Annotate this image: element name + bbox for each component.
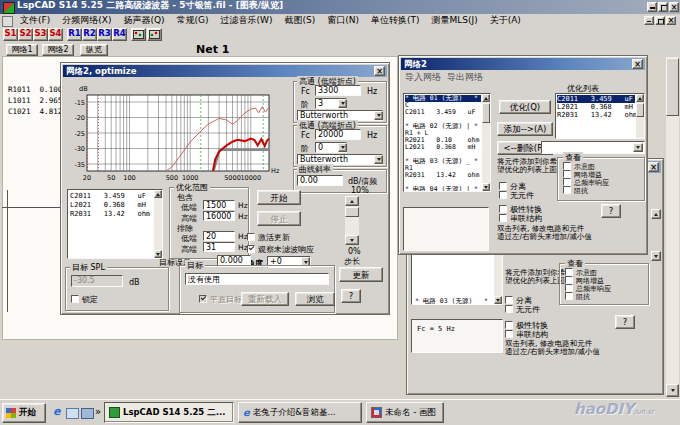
list-item[interactable]: C2011 3.459 uF bbox=[70, 192, 162, 201]
circuit-list[interactable]: * 电路 01 (无源) * C C2011 3.459 uF * 电路 02 … bbox=[403, 93, 491, 192]
menu-window[interactable]: 窗口(N) bbox=[321, 14, 365, 27]
menu-about[interactable]: 关于(A) bbox=[484, 14, 527, 27]
target-file-input[interactable]: 没有使用 bbox=[185, 273, 329, 285]
view-impedance-checkbox[interactable]: 阻抗 bbox=[563, 186, 588, 196]
exclude-high-input[interactable]: 31 bbox=[203, 242, 235, 252]
task-paint[interactable]: 未命名 - 画图 bbox=[366, 402, 444, 423]
stop-button[interactable]: 停止 bbox=[257, 211, 301, 226]
network-back-close-button[interactable]: × bbox=[648, 162, 659, 172]
scrollbar-thumb[interactable] bbox=[666, 58, 679, 116]
help-button[interactable]: ? bbox=[615, 315, 635, 329]
scrollbar[interactable] bbox=[154, 190, 162, 258]
scroll-up-icon[interactable] bbox=[651, 209, 661, 219]
slope-input[interactable]: 0.00 bbox=[297, 175, 343, 186]
include-low-input[interactable]: 1500 bbox=[203, 200, 235, 210]
desktop-quicklaunch-icon[interactable] bbox=[81, 408, 94, 419]
list-item[interactable]: R1 + L bbox=[405, 130, 490, 137]
dropdown-arrow-icon[interactable] bbox=[374, 155, 383, 164]
reload-button[interactable]: 重新载入 bbox=[241, 292, 289, 306]
dropdown-arrow-icon[interactable] bbox=[374, 111, 383, 120]
component-combobox[interactable] bbox=[541, 141, 645, 154]
list-item[interactable]: * 电路 01 (无源) * bbox=[405, 95, 481, 102]
optimize-button[interactable]: 优化(Q) bbox=[499, 100, 551, 114]
list-item[interactable]: R2031 13.42 ohm bbox=[557, 111, 644, 119]
network2-close-button[interactable]: × bbox=[632, 59, 643, 69]
lock-checkbox[interactable]: 锁定 bbox=[71, 294, 98, 305]
toolbar-r3-button[interactable]: R3 bbox=[97, 28, 112, 41]
scroll-up-icon[interactable] bbox=[154, 190, 162, 198]
observe-unfiltered-checkbox[interactable]: 观察未滤波响应 bbox=[247, 244, 314, 255]
toolbar-r1-button[interactable]: R1 bbox=[67, 28, 82, 41]
toolbar-r2-button[interactable]: R2 bbox=[82, 28, 97, 41]
target-spl-input[interactable]: -30.5 bbox=[71, 275, 123, 287]
exclude-low-input[interactable]: 20 bbox=[203, 231, 235, 241]
menu-measure-mls[interactable]: 测量MLS(J) bbox=[425, 14, 483, 27]
help-button[interactable]: ? bbox=[341, 289, 361, 303]
no-component-checkbox[interactable]: 无元件 bbox=[505, 304, 540, 315]
update-button[interactable]: 更新 bbox=[339, 267, 383, 282]
menu-crossover[interactable]: 分频网络(X) bbox=[56, 14, 117, 27]
list-item[interactable]: * 电路 03 (无源) _ * bbox=[415, 298, 488, 305]
list-item[interactable]: L2021 0.368 mH bbox=[557, 103, 644, 111]
optimize-component-list[interactable]: C2011 3.459 uF L2021 0.368 mH R2031 13.4… bbox=[67, 189, 163, 259]
ie-quicklaunch-icon[interactable]: e bbox=[53, 406, 60, 419]
scrollbar-thumb[interactable] bbox=[482, 103, 490, 123]
series-structure-checkbox[interactable]: 串联结构 bbox=[499, 213, 542, 224]
menu-driver[interactable]: 扬声器(Q) bbox=[117, 14, 170, 27]
menu-filter-music[interactable]: 过滤音乐(W) bbox=[215, 14, 279, 27]
list-item[interactable]: R2021 0.10 ohm bbox=[405, 137, 490, 144]
menu-export-network[interactable]: 导出网络 bbox=[447, 72, 483, 82]
no-component-checkbox[interactable]: 无元件 bbox=[499, 190, 534, 201]
list-item[interactable]: C2011 3.459 uF bbox=[557, 95, 635, 103]
toolbar-s4-button[interactable]: S4 bbox=[48, 28, 63, 41]
scrollbar[interactable] bbox=[636, 94, 644, 138]
menu-general[interactable]: 常规(G) bbox=[171, 14, 215, 27]
start-button[interactable]: 开始 bbox=[2, 403, 46, 423]
view-impedance-checkbox[interactable]: 阻抗 bbox=[565, 292, 590, 302]
quicklaunch-more-icon[interactable]: » bbox=[95, 406, 101, 418]
mdi-close-button[interactable]: × bbox=[666, 16, 676, 25]
menu-snapshot[interactable]: 截图(S) bbox=[278, 14, 321, 27]
toolbar-s1-button[interactable]: S1 bbox=[3, 28, 18, 41]
scroll-down-icon[interactable] bbox=[494, 296, 502, 304]
minimize-button[interactable] bbox=[647, 2, 657, 12]
list-item[interactable] bbox=[405, 151, 490, 158]
close-button[interactable]: × bbox=[669, 2, 679, 12]
activate-update-checkbox[interactable]: 激活更新 bbox=[247, 232, 290, 243]
tab-network2[interactable]: 网络2 bbox=[42, 44, 74, 56]
network-view-2-button[interactable] bbox=[147, 28, 162, 41]
list-item[interactable]: * 电路 03 (无源) _ * bbox=[405, 158, 490, 165]
step-scrollbar[interactable] bbox=[345, 196, 359, 245]
dropdown-arrow-icon[interactable] bbox=[651, 251, 661, 261]
list-item[interactable]: R2031 13.42 ohm bbox=[70, 210, 162, 219]
mail-quicklaunch-icon[interactable] bbox=[66, 408, 79, 419]
list-item[interactable]: L2021 0.368 mH bbox=[70, 201, 162, 210]
dropdown-arrow-icon[interactable] bbox=[338, 99, 347, 108]
list-item[interactable]: L2021 0.368 mH bbox=[405, 144, 490, 151]
task-lspcad[interactable]: LspCAD S14 5.25 二... bbox=[104, 402, 234, 423]
include-high-input[interactable]: 16000 bbox=[203, 211, 235, 221]
list-item[interactable] bbox=[405, 179, 490, 186]
list-item[interactable]: * 电路 04 (无源) | * bbox=[405, 186, 490, 192]
list-item[interactable] bbox=[405, 116, 490, 123]
menu-import-network[interactable]: 导入网络 bbox=[405, 72, 441, 82]
optimize-list[interactable]: C2011 3.459 uF L2021 0.368 mH R2031 13.4… bbox=[555, 93, 645, 139]
list-item[interactable]: C2011 3.459 uF bbox=[405, 109, 490, 116]
mdi-minimize-button[interactable] bbox=[644, 16, 654, 25]
list-item[interactable]: R2031 13.42 ohm bbox=[405, 172, 490, 179]
toolbar-s3-button[interactable]: S3 bbox=[33, 28, 48, 41]
flat-target-checkbox[interactable]: 平直目标 bbox=[199, 294, 242, 305]
mdi-restore-button[interactable] bbox=[655, 16, 665, 25]
scroll-up-icon[interactable] bbox=[482, 94, 490, 102]
list-item[interactable]: C bbox=[405, 102, 490, 109]
scroll-down-icon[interactable] bbox=[154, 250, 162, 258]
scroll-down-icon[interactable] bbox=[345, 235, 359, 245]
scroll-down-icon[interactable] bbox=[666, 384, 679, 397]
toolbar-s2-button[interactable]: S2 bbox=[18, 28, 33, 41]
add-button[interactable]: 添加-->(A) bbox=[497, 122, 553, 136]
menu-unit-convert[interactable]: 单位转换(T) bbox=[365, 14, 426, 27]
highpass-fc-input[interactable]: 3300 bbox=[315, 85, 361, 96]
toolbar-r4-button[interactable]: R4 bbox=[112, 28, 127, 41]
scrollbar-thumb[interactable] bbox=[345, 207, 359, 217]
tab-network1[interactable]: 网络1 bbox=[6, 44, 38, 56]
